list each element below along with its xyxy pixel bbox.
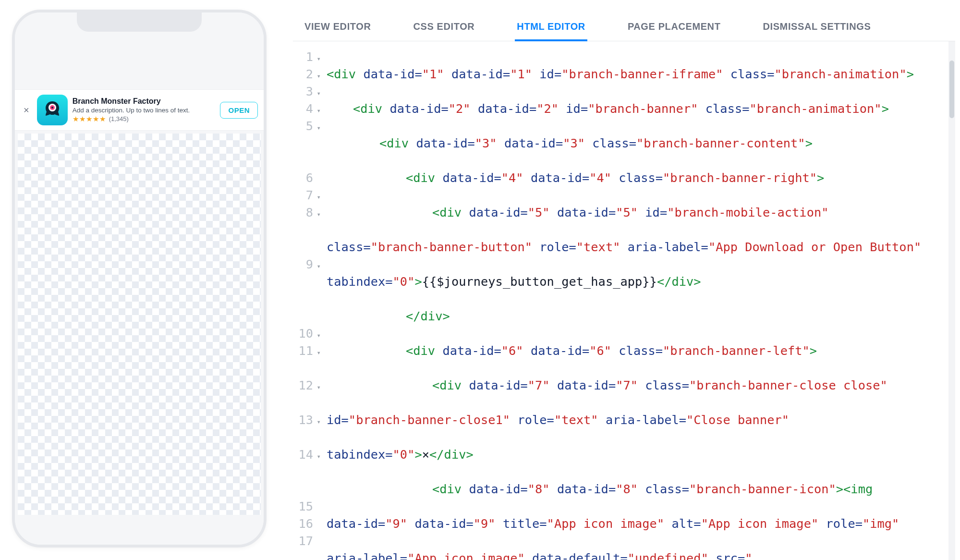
phone-preview: × Branch Monster Factory Add a descripti…: [5, 10, 274, 560]
banner-text: Branch Monster Factory Add a description…: [73, 97, 216, 123]
banner-rating-row: ★★★★★ (1,345): [73, 115, 216, 123]
banner-description: Add a description. Up to two lines of te…: [73, 107, 216, 114]
tab-html-editor[interactable]: HTML EDITOR: [515, 14, 587, 41]
code-area[interactable]: <div data-id="1" data-id="1" id="branch-…: [325, 41, 955, 560]
fold-icon: ▾: [316, 344, 321, 361]
tab-dismissal-settings[interactable]: DISMISSAL SETTINGS: [761, 14, 873, 41]
fold-icon: ▾: [316, 448, 321, 465]
fold-icon: ▾: [316, 119, 321, 136]
phone-frame: × Branch Monster Factory Add a descripti…: [12, 10, 267, 548]
smart-banner: × Branch Monster Factory Add a descripti…: [15, 89, 264, 131]
fold-icon: ▾: [316, 50, 321, 67]
monster-icon: [42, 99, 63, 121]
fold-icon: ▾: [316, 102, 321, 119]
phone-home-area: [15, 515, 264, 545]
transparency-checker: [18, 134, 261, 515]
tab-page-placement[interactable]: PAGE PLACEMENT: [626, 14, 723, 41]
fold-icon: ▾: [316, 378, 321, 396]
code-editor[interactable]: 1▾ 2▾ 3▾ 4▾ 5▾ 6 7▾ 8▾ 9▾ 10▾ 11▾ 12▾ 13…: [293, 41, 955, 560]
fold-icon: ▾: [316, 85, 321, 102]
close-icon[interactable]: ×: [21, 105, 32, 116]
fold-icon: ▾: [316, 257, 321, 275]
svg-point-2: [51, 107, 53, 109]
fold-icon: ▾: [316, 188, 321, 206]
line-gutter: 1▾ 2▾ 3▾ 4▾ 5▾ 6 7▾ 8▾ 9▾ 10▾ 11▾ 12▾ 13…: [293, 41, 325, 560]
fold-icon: ▾: [316, 206, 321, 223]
tab-view-editor[interactable]: VIEW EDITOR: [303, 14, 373, 41]
tab-css-editor[interactable]: CSS EDITOR: [411, 14, 476, 41]
app-icon: [37, 95, 68, 125]
scrollbar[interactable]: [948, 41, 955, 560]
banner-title: Branch Monster Factory: [73, 97, 216, 106]
scrollbar-thumb[interactable]: [949, 61, 954, 118]
phone-notch: [77, 12, 202, 32]
star-icon: ★★★★★: [73, 115, 106, 123]
fold-icon: ▾: [316, 327, 321, 344]
review-count: (1,345): [109, 115, 129, 122]
editor-tabs: VIEW EDITOR CSS EDITOR HTML EDITOR PAGE …: [293, 10, 955, 41]
fold-icon: ▾: [316, 67, 321, 85]
fold-icon: ▾: [316, 413, 321, 430]
open-button[interactable]: OPEN: [220, 102, 258, 119]
